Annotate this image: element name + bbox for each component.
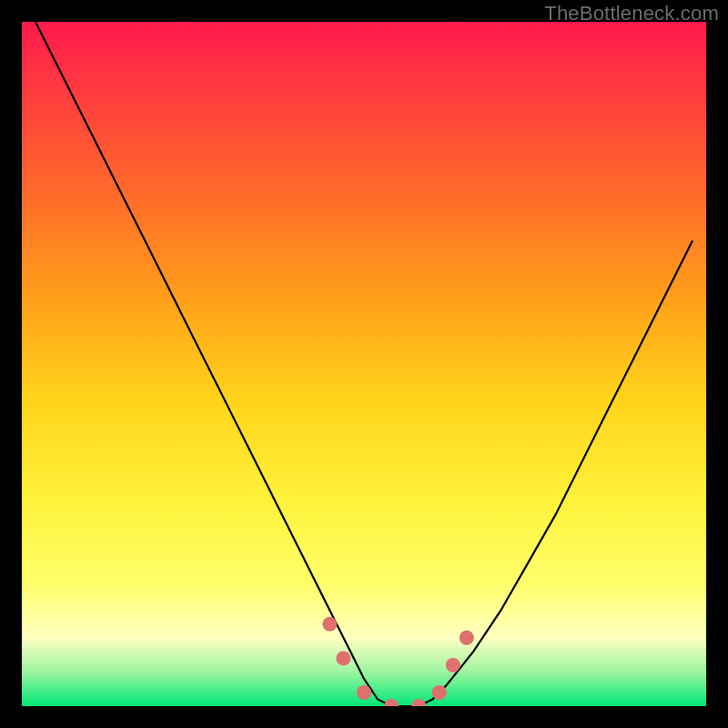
chart-svg [22,22,706,706]
curve-marker [411,699,426,706]
curve-markers [322,617,473,706]
chart-plot-area [22,22,706,706]
bottleneck-curve-line [35,22,693,706]
chart-frame: TheBottleneck.com [0,0,728,728]
curve-marker [384,699,399,706]
curve-marker [357,685,371,700]
curve-marker [432,685,447,700]
curve-marker [460,631,474,645]
curve-marker [446,658,460,672]
curve-marker [322,617,337,632]
curve-marker [336,651,350,665]
watermark-text: TheBottleneck.com [544,2,719,25]
